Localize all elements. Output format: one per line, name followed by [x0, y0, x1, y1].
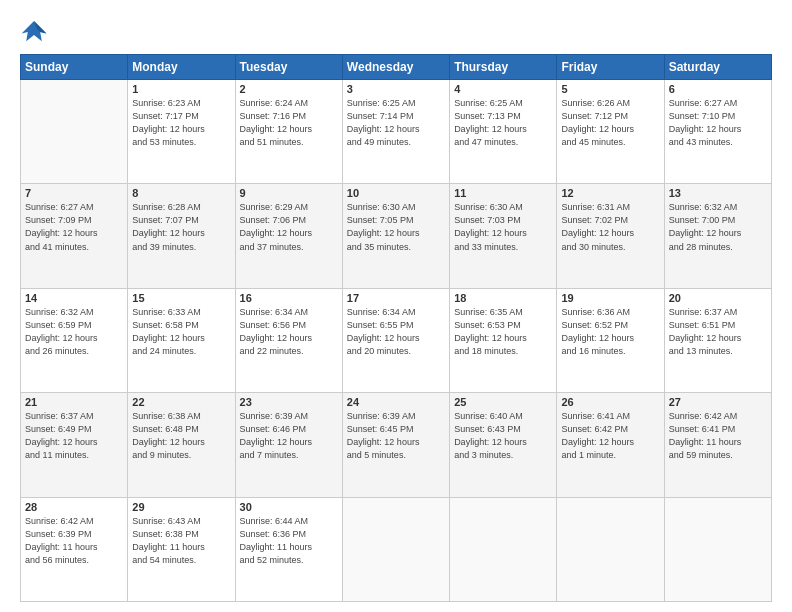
day-number: 8 — [132, 187, 230, 199]
calendar-cell: 1Sunrise: 6:23 AMSunset: 7:17 PMDaylight… — [128, 80, 235, 184]
calendar-cell: 18Sunrise: 6:35 AMSunset: 6:53 PMDayligh… — [450, 288, 557, 392]
day-number: 9 — [240, 187, 338, 199]
weekday-header: Friday — [557, 55, 664, 80]
calendar-cell: 9Sunrise: 6:29 AMSunset: 7:06 PMDaylight… — [235, 184, 342, 288]
day-info: Sunrise: 6:25 AMSunset: 7:14 PMDaylight:… — [347, 97, 445, 149]
day-info: Sunrise: 6:34 AMSunset: 6:55 PMDaylight:… — [347, 306, 445, 358]
day-number: 2 — [240, 83, 338, 95]
day-number: 19 — [561, 292, 659, 304]
calendar: SundayMondayTuesdayWednesdayThursdayFrid… — [20, 54, 772, 602]
day-info: Sunrise: 6:39 AMSunset: 6:46 PMDaylight:… — [240, 410, 338, 462]
calendar-cell: 4Sunrise: 6:25 AMSunset: 7:13 PMDaylight… — [450, 80, 557, 184]
day-info: Sunrise: 6:41 AMSunset: 6:42 PMDaylight:… — [561, 410, 659, 462]
day-number: 24 — [347, 396, 445, 408]
day-number: 29 — [132, 501, 230, 513]
day-info: Sunrise: 6:34 AMSunset: 6:56 PMDaylight:… — [240, 306, 338, 358]
day-number: 10 — [347, 187, 445, 199]
calendar-cell: 2Sunrise: 6:24 AMSunset: 7:16 PMDaylight… — [235, 80, 342, 184]
day-info: Sunrise: 6:30 AMSunset: 7:05 PMDaylight:… — [347, 201, 445, 253]
calendar-cell: 11Sunrise: 6:30 AMSunset: 7:03 PMDayligh… — [450, 184, 557, 288]
day-info: Sunrise: 6:32 AMSunset: 7:00 PMDaylight:… — [669, 201, 767, 253]
calendar-cell — [450, 497, 557, 601]
day-number: 26 — [561, 396, 659, 408]
calendar-cell: 24Sunrise: 6:39 AMSunset: 6:45 PMDayligh… — [342, 393, 449, 497]
calendar-cell: 8Sunrise: 6:28 AMSunset: 7:07 PMDaylight… — [128, 184, 235, 288]
calendar-header-row: SundayMondayTuesdayWednesdayThursdayFrid… — [21, 55, 772, 80]
day-number: 11 — [454, 187, 552, 199]
day-number: 12 — [561, 187, 659, 199]
calendar-cell: 29Sunrise: 6:43 AMSunset: 6:38 PMDayligh… — [128, 497, 235, 601]
day-info: Sunrise: 6:40 AMSunset: 6:43 PMDaylight:… — [454, 410, 552, 462]
day-info: Sunrise: 6:28 AMSunset: 7:07 PMDaylight:… — [132, 201, 230, 253]
day-info: Sunrise: 6:29 AMSunset: 7:06 PMDaylight:… — [240, 201, 338, 253]
day-info: Sunrise: 6:36 AMSunset: 6:52 PMDaylight:… — [561, 306, 659, 358]
day-number: 6 — [669, 83, 767, 95]
calendar-cell: 12Sunrise: 6:31 AMSunset: 7:02 PMDayligh… — [557, 184, 664, 288]
day-number: 4 — [454, 83, 552, 95]
day-info: Sunrise: 6:30 AMSunset: 7:03 PMDaylight:… — [454, 201, 552, 253]
day-info: Sunrise: 6:27 AMSunset: 7:09 PMDaylight:… — [25, 201, 123, 253]
day-number: 23 — [240, 396, 338, 408]
calendar-week-row: 28Sunrise: 6:42 AMSunset: 6:39 PMDayligh… — [21, 497, 772, 601]
calendar-cell — [557, 497, 664, 601]
calendar-cell — [342, 497, 449, 601]
day-info: Sunrise: 6:43 AMSunset: 6:38 PMDaylight:… — [132, 515, 230, 567]
day-number: 22 — [132, 396, 230, 408]
day-number: 15 — [132, 292, 230, 304]
logo — [20, 18, 52, 46]
day-number: 18 — [454, 292, 552, 304]
calendar-cell: 13Sunrise: 6:32 AMSunset: 7:00 PMDayligh… — [664, 184, 771, 288]
calendar-cell: 26Sunrise: 6:41 AMSunset: 6:42 PMDayligh… — [557, 393, 664, 497]
day-info: Sunrise: 6:39 AMSunset: 6:45 PMDaylight:… — [347, 410, 445, 462]
day-info: Sunrise: 6:23 AMSunset: 7:17 PMDaylight:… — [132, 97, 230, 149]
calendar-cell: 22Sunrise: 6:38 AMSunset: 6:48 PMDayligh… — [128, 393, 235, 497]
day-info: Sunrise: 6:37 AMSunset: 6:49 PMDaylight:… — [25, 410, 123, 462]
calendar-cell: 10Sunrise: 6:30 AMSunset: 7:05 PMDayligh… — [342, 184, 449, 288]
weekday-header: Tuesday — [235, 55, 342, 80]
day-info: Sunrise: 6:27 AMSunset: 7:10 PMDaylight:… — [669, 97, 767, 149]
calendar-cell — [21, 80, 128, 184]
day-info: Sunrise: 6:24 AMSunset: 7:16 PMDaylight:… — [240, 97, 338, 149]
day-info: Sunrise: 6:35 AMSunset: 6:53 PMDaylight:… — [454, 306, 552, 358]
day-number: 16 — [240, 292, 338, 304]
calendar-cell: 5Sunrise: 6:26 AMSunset: 7:12 PMDaylight… — [557, 80, 664, 184]
day-info: Sunrise: 6:31 AMSunset: 7:02 PMDaylight:… — [561, 201, 659, 253]
day-info: Sunrise: 6:38 AMSunset: 6:48 PMDaylight:… — [132, 410, 230, 462]
calendar-cell: 6Sunrise: 6:27 AMSunset: 7:10 PMDaylight… — [664, 80, 771, 184]
day-info: Sunrise: 6:33 AMSunset: 6:58 PMDaylight:… — [132, 306, 230, 358]
weekday-header: Monday — [128, 55, 235, 80]
calendar-cell: 3Sunrise: 6:25 AMSunset: 7:14 PMDaylight… — [342, 80, 449, 184]
calendar-cell: 25Sunrise: 6:40 AMSunset: 6:43 PMDayligh… — [450, 393, 557, 497]
weekday-header: Thursday — [450, 55, 557, 80]
day-info: Sunrise: 6:32 AMSunset: 6:59 PMDaylight:… — [25, 306, 123, 358]
day-info: Sunrise: 6:42 AMSunset: 6:39 PMDaylight:… — [25, 515, 123, 567]
day-number: 30 — [240, 501, 338, 513]
day-number: 1 — [132, 83, 230, 95]
calendar-cell: 14Sunrise: 6:32 AMSunset: 6:59 PMDayligh… — [21, 288, 128, 392]
calendar-week-row: 1Sunrise: 6:23 AMSunset: 7:17 PMDaylight… — [21, 80, 772, 184]
weekday-header: Wednesday — [342, 55, 449, 80]
calendar-week-row: 21Sunrise: 6:37 AMSunset: 6:49 PMDayligh… — [21, 393, 772, 497]
day-number: 7 — [25, 187, 123, 199]
page: SundayMondayTuesdayWednesdayThursdayFrid… — [0, 0, 792, 612]
calendar-cell: 15Sunrise: 6:33 AMSunset: 6:58 PMDayligh… — [128, 288, 235, 392]
day-number: 3 — [347, 83, 445, 95]
day-number: 27 — [669, 396, 767, 408]
day-number: 28 — [25, 501, 123, 513]
day-number: 25 — [454, 396, 552, 408]
day-number: 20 — [669, 292, 767, 304]
calendar-cell: 27Sunrise: 6:42 AMSunset: 6:41 PMDayligh… — [664, 393, 771, 497]
day-info: Sunrise: 6:42 AMSunset: 6:41 PMDaylight:… — [669, 410, 767, 462]
day-info: Sunrise: 6:44 AMSunset: 6:36 PMDaylight:… — [240, 515, 338, 567]
calendar-cell: 30Sunrise: 6:44 AMSunset: 6:36 PMDayligh… — [235, 497, 342, 601]
logo-icon — [20, 18, 48, 46]
calendar-week-row: 14Sunrise: 6:32 AMSunset: 6:59 PMDayligh… — [21, 288, 772, 392]
day-number: 5 — [561, 83, 659, 95]
day-info: Sunrise: 6:37 AMSunset: 6:51 PMDaylight:… — [669, 306, 767, 358]
weekday-header: Sunday — [21, 55, 128, 80]
calendar-cell: 7Sunrise: 6:27 AMSunset: 7:09 PMDaylight… — [21, 184, 128, 288]
calendar-week-row: 7Sunrise: 6:27 AMSunset: 7:09 PMDaylight… — [21, 184, 772, 288]
calendar-cell: 16Sunrise: 6:34 AMSunset: 6:56 PMDayligh… — [235, 288, 342, 392]
header — [20, 18, 772, 46]
weekday-header: Saturday — [664, 55, 771, 80]
